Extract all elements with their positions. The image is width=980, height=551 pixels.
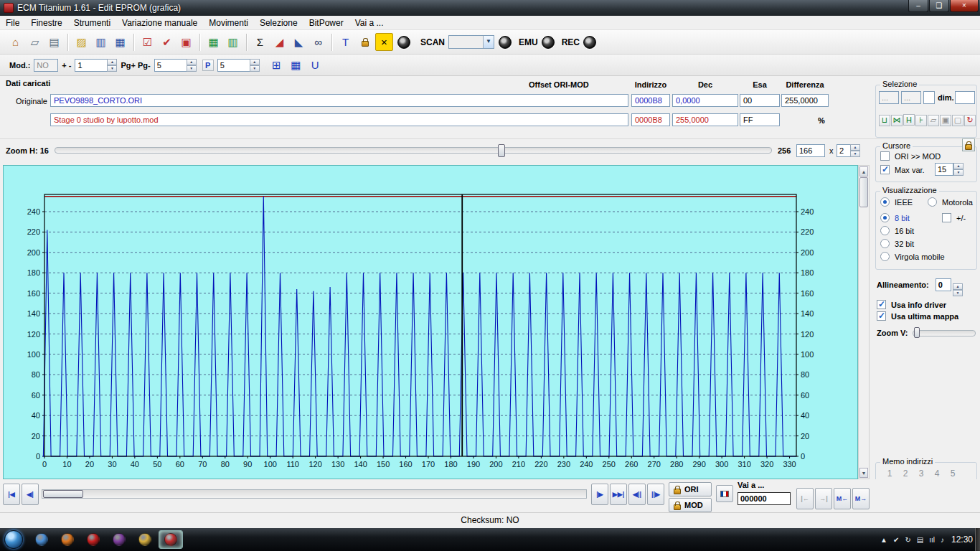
mod-button[interactable]: MOD: [669, 498, 712, 512]
usa-info-checkbox[interactable]: [877, 300, 886, 309]
selezione-field-2[interactable]: ...: [901, 91, 921, 104]
scroll-down-icon[interactable]: ▼: [859, 468, 868, 478]
taskbar-media-player-icon[interactable]: [55, 530, 80, 549]
bit16-radio-row[interactable]: 16 bit: [880, 226, 914, 235]
max-var-spinner[interactable]: ▲▼: [953, 163, 963, 176]
bit32-radio[interactable]: [880, 239, 890, 248]
tray-display-icon[interactable]: ▤: [917, 536, 923, 544]
p-spinner[interactable]: ▲▼: [250, 59, 260, 72]
zoom-v-slider[interactable]: [913, 330, 976, 336]
nav-page-next-button[interactable]: ||▶: [647, 484, 664, 505]
save-all-icon[interactable]: ▦: [111, 33, 129, 51]
rec-knob-icon[interactable]: [583, 36, 596, 49]
nav-prev-button[interactable]: ◀|: [22, 484, 39, 505]
start-button[interactable]: [4, 530, 23, 549]
zoom-v-slider-thumb[interactable]: [914, 327, 920, 338]
hotkey-icon[interactable]: ×: [375, 33, 393, 51]
titlebar[interactable]: ECM Titanium 1.61 - Edit EPROM (grafica)…: [0, 0, 980, 16]
max-var-row[interactable]: Max var.: [880, 165, 925, 174]
show-desktop-button[interactable]: [975, 528, 980, 551]
taskbar-clock[interactable]: 12:30: [951, 534, 973, 545]
clear-selection-icon[interactable]: ▢: [952, 115, 963, 126]
max-var-field[interactable]: 15: [935, 163, 953, 176]
grid-add-icon[interactable]: ⊞: [268, 56, 286, 74]
open-file-icon[interactable]: ▨: [72, 33, 90, 51]
reset-selection-icon[interactable]: ↻: [964, 115, 976, 126]
menu-item-movimenti[interactable]: Movimenti: [203, 17, 254, 29]
interpolate-icon[interactable]: U: [306, 56, 324, 74]
jump-end-button[interactable]: →|: [815, 488, 832, 509]
selezione-field-3[interactable]: [923, 91, 935, 104]
select-end-icon[interactable]: ⊦: [915, 115, 927, 126]
target-knob-icon[interactable]: [395, 33, 413, 51]
pg-spinner[interactable]: ▲▼: [187, 59, 197, 72]
print-icon[interactable]: ▤: [45, 33, 63, 51]
virgola-radio-row[interactable]: Virgola mobile: [880, 252, 945, 261]
checksum-icon[interactable]: Σ: [251, 33, 269, 51]
edit-block-icon[interactable]: ▣: [177, 33, 195, 51]
hex-view-icon[interactable]: ▥: [224, 33, 242, 51]
memo-next-button[interactable]: M→: [852, 488, 870, 509]
edit-byte-icon[interactable]: ☑: [138, 33, 156, 51]
scan-dropdown[interactable]: ▼: [448, 35, 494, 49]
menu-item-strumenti[interactable]: Strumenti: [68, 17, 116, 29]
menu-item-file[interactable]: File: [0, 17, 25, 29]
modificato-indirizzo[interactable]: 0000B8: [631, 113, 670, 126]
ori-mod-checkbox[interactable]: [880, 151, 890, 161]
modificato-esa[interactable]: FF: [740, 113, 780, 126]
bit8-radio[interactable]: [880, 213, 890, 222]
step-field[interactable]: 1: [75, 59, 108, 72]
emu-knob-icon[interactable]: [542, 36, 555, 49]
menu-item-finestre[interactable]: Finestre: [25, 17, 67, 29]
matrix-icon[interactable]: ▦: [287, 56, 305, 74]
cursor-lock-button[interactable]: [962, 138, 975, 151]
originale-differenza[interactable]: 255,0000: [781, 94, 829, 107]
vai-a-field[interactable]: 000000: [738, 492, 791, 505]
selezione-field-1[interactable]: ...: [879, 91, 899, 104]
taskbar-vlc-icon[interactable]: [107, 530, 131, 549]
nav-page-prev-button[interactable]: ◀||: [628, 484, 646, 505]
usa-ultima-row[interactable]: Usa ultima mappa: [877, 311, 958, 321]
menu-item-bitpower[interactable]: BitPower: [303, 17, 349, 29]
memo-slot-5[interactable]: 5: [945, 468, 961, 479]
close-button[interactable]: ×: [950, 0, 979, 12]
tray-check-icon[interactable]: ✔: [893, 536, 899, 544]
table-view-icon[interactable]: ▦: [204, 33, 222, 51]
select-cross-icon[interactable]: ⋈: [891, 115, 903, 126]
zoom-h-slider[interactable]: [55, 147, 772, 154]
memo-slot-1[interactable]: 1: [882, 468, 897, 479]
taskbar-youtube-icon[interactable]: [81, 530, 105, 549]
p-icon[interactable]: P: [202, 60, 214, 71]
ieee-radio[interactable]: [880, 197, 890, 207]
chart-vertical-scrollbar[interactable]: ▲ ▼: [858, 165, 870, 479]
nav-last-button[interactable]: ▶▶|: [610, 484, 627, 505]
copy-icon[interactable]: ▱: [26, 33, 44, 51]
lock-icon[interactable]: [356, 33, 374, 51]
dim-field[interactable]: [955, 91, 975, 104]
copy-selection-icon[interactable]: ▱: [928, 115, 939, 126]
tray-network-icon[interactable]: ııl: [929, 536, 935, 544]
plusminus-checkbox[interactable]: [942, 213, 951, 222]
text-grid-icon[interactable]: T: [336, 33, 354, 51]
nav-first-button[interactable]: |◀: [3, 484, 20, 505]
scan-knob-icon[interactable]: [499, 36, 512, 49]
taskbar-explorer-icon[interactable]: [133, 530, 157, 549]
edit-word-icon[interactable]: ✔: [158, 33, 176, 51]
jump-start-button[interactable]: |←: [796, 488, 814, 509]
virgola-radio[interactable]: [880, 252, 890, 261]
ori-mod-row[interactable]: ORI >> MOD: [880, 151, 941, 161]
vscroll-thumb[interactable]: [859, 177, 868, 207]
allineamento-spinner[interactable]: ▲▼: [953, 283, 963, 296]
menu-item-selezione[interactable]: Selezione: [254, 17, 303, 29]
eprom-chart[interactable]: 0020204040606080801001001201201401401601…: [4, 166, 857, 479]
plusminus-row[interactable]: +/-: [942, 213, 966, 222]
cursor-position-field[interactable]: 166: [796, 144, 825, 157]
pg-field[interactable]: 5: [154, 59, 187, 72]
menu-item-vai-a[interactable]: Vai a ...: [349, 17, 390, 29]
nav-next-button[interactable]: |▶: [591, 484, 608, 505]
scroll-up-icon[interactable]: ▲: [859, 166, 868, 176]
tray-volume-icon[interactable]: ♪: [941, 536, 944, 544]
tray-sync-icon[interactable]: ↻: [905, 536, 910, 544]
h-scrollbar-thumb[interactable]: [43, 490, 83, 498]
motorola-radio-row[interactable]: Motorola: [928, 197, 973, 207]
